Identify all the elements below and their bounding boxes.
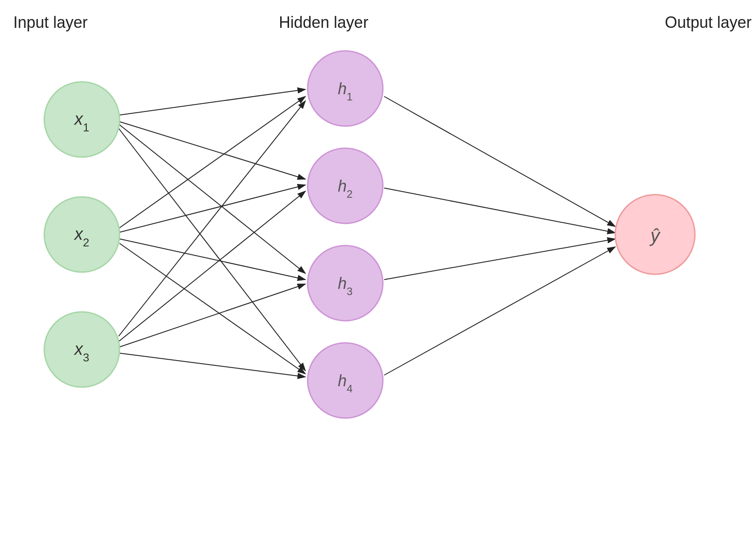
conn-x3-h3: [119, 284, 305, 347]
conn-h3-out: [384, 239, 615, 280]
conn-x3-h4: [119, 353, 305, 377]
conn-h2-out: [384, 188, 615, 233]
label-output-node: ŷ: [649, 225, 661, 246]
conn-x1-h2: [120, 122, 305, 179]
conn-x2-h3: [120, 239, 305, 280]
conn-x2-h4: [120, 243, 305, 374]
conn-x3-h2: [119, 191, 305, 342]
conn-h1-out: [384, 96, 615, 227]
conn-x2-h1: [120, 96, 305, 228]
conn-x1-h4: [119, 128, 305, 371]
conn-h4-out: [384, 247, 615, 375]
diagram-container: Input layer Hidden layer Output layer: [0, 0, 756, 553]
conn-x1-h3: [120, 125, 305, 273]
conn-x3-h1: [119, 101, 305, 336]
network-svg: x1 x2 x3 h1 h2 h3 h4: [0, 0, 756, 553]
conn-x1-h1: [120, 89, 305, 115]
